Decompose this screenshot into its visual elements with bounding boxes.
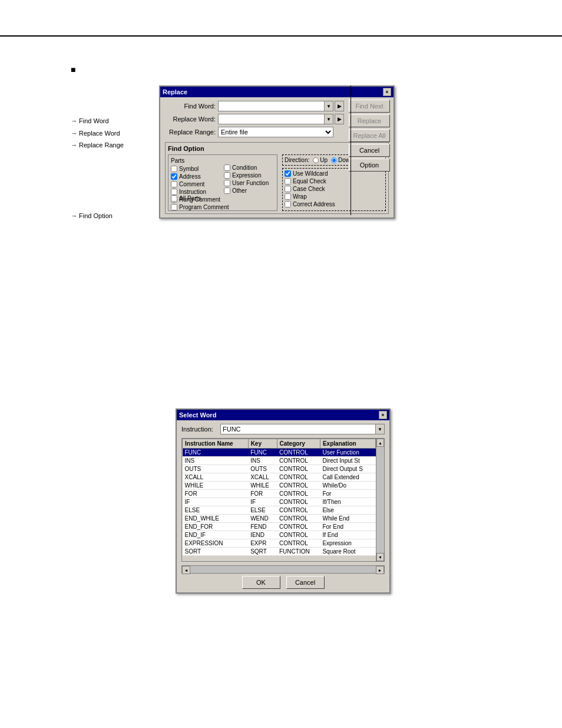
cell-key: SQRT (248, 548, 277, 556)
replace-all-button[interactable]: Replace All (349, 129, 390, 142)
cell-category: CONTROL (277, 457, 320, 465)
find-word-browse-btn[interactable]: ▶ (335, 101, 344, 111)
table-row[interactable]: OUTSOUTSCONTROLDirect Output S (183, 465, 376, 473)
cell-name: IF (183, 498, 249, 506)
cell-category: CONTROL (277, 449, 320, 457)
table-row[interactable]: EXPRESSIONEXPRCONTROLExpression (183, 539, 376, 548)
cb-all-parts[interactable] (171, 195, 177, 202)
table-row[interactable]: ELSEELSECONTROLElse (183, 506, 376, 515)
replace-word-input[interactable] (218, 114, 324, 124)
cb-use-wildcard-label: Use Wildcard (293, 170, 328, 177)
table-row[interactable]: END_FORFENDCONTROLFor End (183, 523, 376, 531)
table-scrollbar[interactable]: ▲ ▼ (376, 439, 384, 561)
horizontal-scrollbar[interactable]: ◄ ► (181, 565, 385, 574)
replace-dialog: Replace × Find Word: ▼ ▶ Replace Word: ▼… (159, 85, 395, 219)
replace-dialog-close[interactable]: × (383, 88, 391, 96)
find-word-label: Find Word: (165, 103, 218, 110)
sw-ok-button[interactable]: OK (242, 576, 280, 589)
cell-name: END_IF (183, 531, 249, 539)
cell-key: EXPR (248, 539, 277, 548)
cell-explanation: While/Do (320, 482, 375, 490)
cb-condition[interactable] (224, 164, 230, 171)
cell-name: SORT (183, 548, 249, 556)
cb-program-comment[interactable] (171, 204, 177, 210)
instruction-dropdown-btn[interactable]: ▼ (375, 424, 385, 434)
replace-word-dropdown-btn[interactable]: ▼ (324, 114, 333, 124)
option-button[interactable]: Option (349, 159, 390, 172)
cb-instruction[interactable] (171, 189, 177, 195)
cb-expression[interactable] (224, 172, 230, 179)
replace-range-select[interactable]: Entire file (218, 127, 333, 137)
cell-explanation: Direct Input St (320, 457, 375, 465)
cell-name: FUNC (183, 449, 249, 457)
cb-symbol[interactable] (171, 166, 177, 172)
table-row[interactable]: FORFORCONTROLFor (183, 490, 376, 498)
cb-condition-row: Condition (224, 164, 275, 171)
col-category: Category (277, 439, 320, 449)
cell-category: CONTROL (277, 490, 320, 498)
cb-expression-label: Expression (232, 172, 261, 179)
table-row[interactable]: WHILEWHILECONTROLWhile/Do (183, 482, 376, 490)
table-row[interactable]: END_IFIENDCONTROLIf End (183, 531, 376, 539)
cb-case-check-row: Case Check (285, 186, 384, 192)
cell-name: WHILE (183, 482, 249, 490)
find-parts-box: Parts Symbol Address Comment Instruction (168, 154, 277, 211)
table-row[interactable]: IFIFCONTROLIf/Then (183, 498, 376, 506)
select-word-close[interactable]: × (379, 411, 387, 419)
scroll-up-btn[interactable]: ▲ (376, 439, 384, 447)
table-row[interactable]: SORTSQRTFUNCTIONSquare Root (183, 548, 376, 556)
cb-case-check[interactable] (285, 186, 291, 192)
cell-key: FOR (248, 490, 277, 498)
scroll-track (376, 447, 384, 553)
cb-instruction-label: Instruction (179, 189, 206, 195)
direction-up-row: Up (313, 157, 328, 163)
replace-button[interactable]: Replace (349, 114, 390, 127)
cb-equal-check-row: Equal Check (285, 178, 384, 185)
cb-user-function[interactable] (224, 180, 230, 186)
find-word-input[interactable] (218, 101, 324, 111)
cb-address[interactable] (171, 173, 177, 180)
scroll-right-btn[interactable]: ► (376, 566, 384, 574)
cb-use-wildcard[interactable] (285, 170, 291, 177)
cell-explanation: If End (320, 531, 375, 539)
instruction-input[interactable] (220, 424, 375, 434)
cb-wrap[interactable] (285, 193, 291, 200)
cb-other[interactable] (224, 187, 230, 194)
cb-comment[interactable] (171, 181, 177, 187)
cb-program-comment-label: Program Comment (179, 204, 229, 210)
sw-cancel-button[interactable]: Cancel (286, 576, 325, 589)
direction-down-radio[interactable] (331, 157, 337, 163)
table-row[interactable]: FUNCFUNCCONTROLUser Function (183, 449, 376, 457)
cell-key: WHILE (248, 482, 277, 490)
cb-equal-check[interactable] (285, 178, 291, 185)
table-row[interactable]: XCALLXCALLCONTROLCall Extended (183, 473, 376, 482)
table-row[interactable]: END_WHILEWENDCONTROLWhile End (183, 515, 376, 523)
cell-category: CONTROL (277, 498, 320, 506)
replace-word-browse-btn[interactable]: ▶ (335, 114, 344, 124)
cell-name: END_WHILE (183, 515, 249, 523)
cancel-button[interactable]: Cancel (349, 144, 390, 157)
find-next-button[interactable]: Find Next (349, 100, 390, 113)
select-word-body: Instruction: ▼ Instruction Name Key Cate… (177, 420, 389, 592)
cell-category: CONTROL (277, 465, 320, 473)
annotation-replace-range: → Replace Range (71, 141, 124, 149)
cell-key: ELSE (248, 506, 277, 515)
scroll-down-btn[interactable]: ▼ (376, 553, 384, 561)
col-key: Key (248, 439, 277, 449)
table-row[interactable]: INSINSCONTROLDirect Input St (183, 457, 376, 465)
scroll-left-btn[interactable]: ◄ (182, 566, 190, 574)
instruction-input-group: ▼ (220, 424, 385, 434)
cb-address-label: Address (179, 173, 201, 180)
cb-wrap-label: Wrap (293, 193, 307, 200)
cell-key: WEND (248, 515, 277, 523)
annotation-find-option: → Find Option (71, 212, 113, 219)
cb-correct-address[interactable] (285, 201, 291, 207)
cb-program-comment-row: Program Comment (171, 204, 275, 210)
cb-equal-check-label: Equal Check (293, 178, 326, 185)
cell-key: XCALL (248, 473, 277, 482)
select-word-dialog: Select Word × Instruction: ▼ Instruction… (176, 409, 391, 594)
cell-key: FEND (248, 523, 277, 531)
find-word-dropdown-btn[interactable]: ▼ (324, 101, 333, 111)
annotation-find-word: → Find Word (71, 117, 109, 124)
direction-up-radio[interactable] (313, 157, 319, 163)
